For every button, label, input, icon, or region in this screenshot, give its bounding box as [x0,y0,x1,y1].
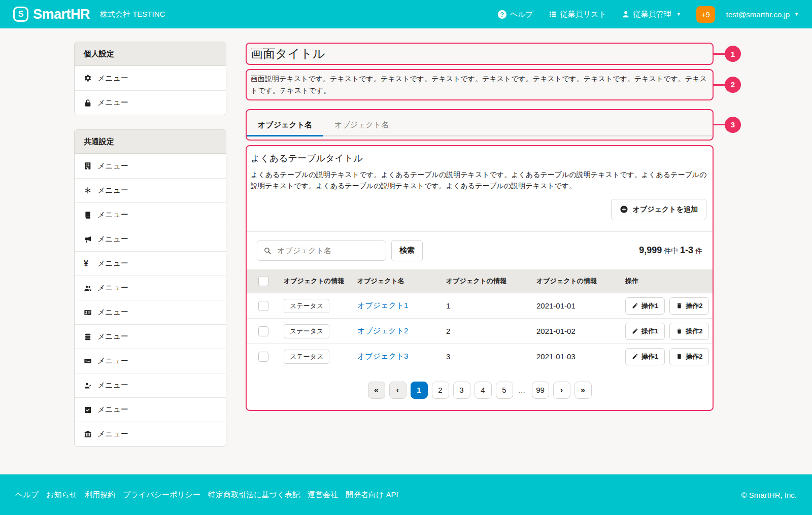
pagination-next-button[interactable]: › [553,382,570,399]
sidebar: 個人設定メニューメニュー共通設定メニューメニューメニューメニュー¥メニューメニュ… [74,42,226,447]
money-check-icon [84,357,92,365]
sidebar-section-title: 共通設定 [75,130,226,154]
sidebar-item-menu[interactable]: メニュー [75,276,226,300]
sidebar-item-label: メニュー [97,332,128,341]
notification-badge[interactable]: +9 [696,6,715,23]
pagination-page-4[interactable]: 4 [475,382,492,399]
add-object-button[interactable]: オブジェクトを追加 [611,199,706,220]
action-1-button[interactable]: 操作1 [625,297,665,315]
object-info-cell: 3 [446,344,536,369]
row-checkbox[interactable] [258,326,268,336]
select-all-checkbox[interactable] [258,276,268,286]
pagination-page-5[interactable]: 5 [496,382,513,399]
tab-object-2[interactable]: オブジェクト名 [323,116,400,135]
trash-icon [676,353,683,360]
trash-icon [676,302,683,309]
search-button[interactable]: 検索 [391,240,423,261]
action-2-button[interactable]: 操作2 [669,348,709,365]
action-2-button[interactable]: 操作2 [669,297,709,315]
object-table: オブジェクトの情報オブジェクト名オブジェクトの情報オブジェクトの情報操作 ステー… [247,269,713,369]
pagination-page-3[interactable]: 3 [453,382,470,399]
column-header: オブジェクト名 [357,269,446,293]
footer-link[interactable]: 運営会社 [308,490,338,500]
sidebar-section-1: 共通設定メニューメニューメニューメニュー¥メニューメニューメニューメニューメニュ… [74,129,226,447]
action-1-button[interactable]: 操作1 [625,323,665,340]
pagination-prev-button[interactable]: ‹ [389,382,407,399]
footer-link[interactable]: プライバシーポリシー [123,490,200,500]
search-input[interactable] [276,246,380,255]
nav-employee-admin-label: 従業員管理 [633,10,671,19]
footer-links: ヘルプお知らせ利用規約プライバシーポリシー特定商取引法に基づく表記運営会社開発者… [15,490,398,500]
footer-link[interactable]: ヘルプ [15,490,39,500]
action-2-button[interactable]: 操作2 [669,323,709,340]
sidebar-item-menu[interactable]: メニュー [75,66,226,90]
search-field[interactable] [257,241,386,261]
sidebar-item-menu[interactable]: メニュー [75,373,226,397]
user-check-icon [84,382,92,390]
bank-icon [84,430,92,438]
pencil-icon [632,328,638,334]
tab-object-1[interactable]: オブジェクト名 [247,116,323,135]
table-row: ステータスオブジェクト332021-01-03操作1操作2 [247,344,713,369]
object-name-link[interactable]: オブジェクト3 [357,352,408,360]
object-date-cell: 2021-01-03 [536,344,625,369]
sidebar-item-menu[interactable]: メニュー [75,397,226,422]
action-1-label: 操作1 [641,327,658,336]
page-description-region: 2 画面説明テキストです。テキストです。テキストです。テキストです。テキストです… [246,69,714,100]
nav-employee-list[interactable]: 従業員リスト [549,10,606,19]
pagination-ellipsis: … [518,386,527,394]
action-1-button[interactable]: 操作1 [625,348,665,365]
copyright: © SmartHR, Inc. [741,491,797,499]
account-menu[interactable]: test@smarthr.co.jp ▼ [726,10,799,19]
sidebar-item-menu[interactable]: メニュー [75,178,226,202]
app-header: S SmartHR 株式会社 TESTINC ?ヘルプ従業員リスト従業員管理▼ … [0,0,812,28]
sidebar-item-menu[interactable]: メニュー [75,324,226,349]
asterisk-icon [84,187,92,195]
pagination-last-button[interactable]: » [574,382,592,399]
pagination-first-button[interactable]: « [368,382,385,399]
page-title-region: 1 画面タイトル [246,43,714,65]
row-checkbox[interactable] [258,301,268,311]
nav-employee-admin[interactable]: 従業員管理▼ [622,10,681,19]
smarthr-logo[interactable]: S SmartHR [13,7,90,22]
page-layout: 個人設定メニューメニュー共通設定メニューメニューメニューメニュー¥メニューメニュ… [0,28,812,447]
users-icon [84,284,92,292]
footer-link[interactable]: 開発者向け API [346,490,398,500]
sidebar-item-menu[interactable]: メニュー [75,300,226,324]
object-info-cell: 1 [446,293,536,319]
account-email: test@smarthr.co.jp [726,10,790,19]
sidebar-item-menu[interactable]: メニュー [75,349,226,373]
table-description: よくあるテーブルの説明テキストです。よくあるテーブルの説明テキストです。よくある… [251,169,708,192]
chevron-down-icon: ▼ [794,12,799,17]
nav-help[interactable]: ?ヘルプ [498,10,533,19]
database-icon [84,333,92,341]
sidebar-item-label: メニュー [97,307,128,317]
footer-link[interactable]: 特定商取引法に基づく表記 [208,490,300,500]
pagination-page-1[interactable]: 1 [411,382,428,399]
check-square-icon [84,406,92,414]
row-checkbox[interactable] [258,352,268,362]
footer-link[interactable]: お知らせ [46,490,77,500]
sidebar-item-menu[interactable]: メニュー [75,422,226,446]
sidebar-item-menu[interactable]: メニュー [75,227,226,251]
table-card-region: 4 よくあるテーブルタイトル よくあるテーブルの説明テキストです。よくあるテーブ… [246,145,714,411]
sidebar-item-label: メニュー [97,429,128,439]
smarthr-logo-icon: S [13,7,28,22]
action-1-label: 操作1 [641,301,658,311]
sidebar-item-label: メニュー [97,283,128,293]
sidebar-item-label: メニュー [97,161,128,171]
tabs-region: 3 オブジェクト名オブジェクト名 [246,109,714,141]
object-name-link[interactable]: オブジェクト2 [357,326,408,335]
tab-bar: オブジェクト名オブジェクト名 [247,116,713,136]
sidebar-item-menu[interactable]: メニュー [75,154,226,178]
footer-link[interactable]: 利用規約 [85,490,115,500]
company-name: 株式会社 TESTINC [100,10,165,19]
sidebar-item-label: メニュー [97,381,128,390]
sidebar-item-menu[interactable]: メニュー [75,90,226,115]
id-card-icon [84,308,92,317]
object-name-link[interactable]: オブジェクト1 [357,301,408,310]
pagination-page-99[interactable]: 99 [532,382,549,399]
sidebar-item-menu[interactable]: ¥メニュー [75,251,226,276]
sidebar-item-menu[interactable]: メニュー [75,202,226,227]
pagination-page-2[interactable]: 2 [432,382,449,399]
